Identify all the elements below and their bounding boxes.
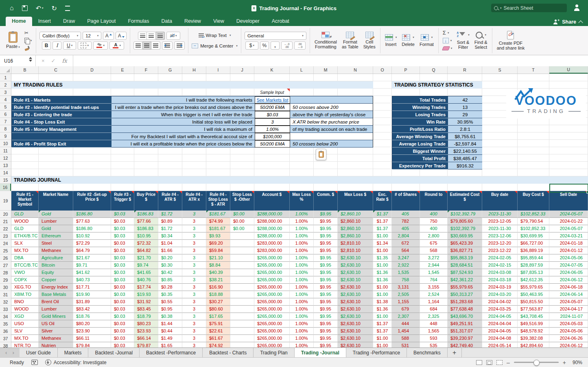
journal-cell[interactable]: $1.38 [373,298,392,306]
journal-cell[interactable]: 2024-02-15 [482,262,518,269]
journal-cell[interactable]: 2023-11-30 [482,211,518,218]
currency-format-button[interactable]: $▾ [245,41,258,50]
journal-cell[interactable]: GLD [11,211,39,218]
journal-cell[interactable]: 3 [182,328,206,335]
journal-cell[interactable]: XBM.TO [11,291,39,298]
journal-cell[interactable]: $77,563.87 [518,306,549,313]
journal-cell[interactable]: $1.49 [158,335,182,342]
journal-cell[interactable]: $0.95 [158,306,182,313]
journal-cell[interactable]: $0.00 [230,211,254,218]
ribbon-tab-page-layout[interactable]: Page Layout [81,17,122,26]
journal-cell[interactable]: 1,454 [392,328,420,335]
journal-cell[interactable] [230,276,254,284]
zoom-in-icon[interactable]: + [563,360,566,365]
journal-cell[interactable]: 531 [392,342,420,347]
journal-cell[interactable]: $74.99 [206,218,230,225]
journal-cell[interactable]: $0.03 [111,225,134,232]
journal-cell[interactable]: $9.95 [314,218,338,225]
row-number-5[interactable]: 5 [0,103,11,111]
journal-cell[interactable]: WOOD [11,306,39,313]
increase-indent-button[interactable] [174,41,185,50]
font-color-button[interactable]: A▾ [109,41,124,50]
journal-cell[interactable]: Base Metals [39,291,73,298]
row-number-31[interactable]: 31 [0,291,11,298]
journal-cell[interactable]: 400 [420,211,448,218]
journal-cell[interactable]: 2024-04-04 [482,320,518,328]
journal-cell[interactable]: $265,000.00 [254,298,290,306]
journal-cell[interactable]: $186.80 [73,225,111,232]
journal-cell[interactable]: $43,696.70 [448,313,482,320]
rules-row-input[interactable]: $0.03 [255,111,290,118]
column-header-M[interactable]: M [314,66,338,74]
journal-cell[interactable]: $1.65 [158,342,182,347]
journal-cell[interactable]: 3,272 [420,254,448,262]
journal-cell[interactable]: $0.34 [158,232,182,240]
journal-cell[interactable]: $1.37 [373,218,392,225]
journal-cell[interactable]: $9.95 [314,269,338,276]
sheet-tab-benchmarks[interactable]: Benchmarks [407,348,448,357]
journal-cell[interactable]: $9.95 [314,262,338,269]
journal-cell[interactable]: 2023-12-06 [482,232,518,240]
journal-cell[interactable]: MX.TO [11,335,39,342]
journal-cell[interactable]: $72.29 [73,240,111,247]
row-number-22[interactable]: 22 [0,225,11,232]
journal-cell[interactable]: $51,317.07 [448,328,482,335]
journal-cell[interactable]: $1.00 [373,342,392,347]
journal-cell[interactable]: COPX [11,276,39,284]
journal-cell[interactable] [230,313,254,320]
journal-cell[interactable]: ETHX/B.TC [11,232,39,240]
journal-cell[interactable]: 1.00% [290,254,314,262]
sheet-tab-trading-plan[interactable]: Trading Plan [254,348,295,357]
journal-cell[interactable]: $49,251.91 [448,320,482,328]
journal-cell[interactable]: $9.95 [314,247,338,254]
journal-cell[interactable]: 2,524 [420,291,448,298]
journal-cell[interactable]: 405 [392,211,420,218]
formula-input[interactable] [73,55,588,66]
journal-cell[interactable]: 1.00% [290,276,314,284]
journal-cell[interactable]: $0.03 [111,306,134,313]
journal-cell[interactable]: 2,505 [392,291,420,298]
journal-cell[interactable]: 3,247 [392,254,420,262]
journal-cell[interactable]: 2024-05-06 [549,328,588,335]
markets-list-link[interactable]: See Markets list [256,98,288,102]
journal-cell[interactable]: Lumber [39,218,73,225]
journal-cell[interactable] [230,298,254,306]
ribbon-tab-insert[interactable]: Insert [32,17,57,26]
journal-cell[interactable]: 3,131 [392,284,420,291]
journal-cell[interactable]: Methanex [39,335,73,342]
journal-cell[interactable]: $2,630.10 [338,342,373,347]
align-left-button[interactable] [133,41,142,50]
rules-row-input[interactable]: 3 [255,118,290,126]
paste-button[interactable]: Paste▾ [5,31,21,50]
copy-button[interactable]: ▾ [24,37,33,44]
journal-cell[interactable]: $1.36 [373,269,392,276]
journal-cell[interactable]: GLD [11,225,39,232]
journal-cell[interactable]: 2024-03-20 [482,291,518,298]
journal-cell[interactable]: $66,727.00 [518,240,549,247]
journal-cell[interactable]: Steel [39,240,73,247]
journal-cell[interactable]: $18.88 [206,291,230,298]
journal-cell[interactable]: $265,000.00 [254,335,290,342]
journal-cell[interactable]: 1.00% [290,284,314,291]
row-number-15[interactable]: 15 [0,176,11,184]
journal-cell[interactable] [230,254,254,262]
row-number-37[interactable]: 37 [0,335,11,342]
row-number-23[interactable]: 23 [0,232,11,240]
journal-cell[interactable]: $42,894.60 [518,342,549,347]
journal-cell[interactable]: $50,313.27 [448,291,482,298]
increase-font-button[interactable]: A [103,32,114,40]
row-number-14[interactable]: 14 [0,169,11,176]
journal-cell[interactable] [230,291,254,298]
journal-cell[interactable]: $38.21 [206,276,230,284]
row-number-24[interactable]: 24 [0,240,11,247]
journal-cell[interactable]: SLV [11,328,39,335]
journal-cell[interactable]: $79,805.60 [448,218,482,225]
journal-cell[interactable]: $40.73 [73,276,111,284]
journal-cell[interactable]: Silver [39,328,73,335]
cell-styles-button[interactable]: Cell Styles [362,31,377,50]
column-header-N[interactable]: N [338,66,373,74]
journal-cell[interactable]: $2,630.10 [338,291,373,298]
journal-cell[interactable]: $17.71 [73,284,111,291]
journal-cell[interactable]: 1,545 [420,269,448,276]
row-number-19[interactable]: 19 [0,191,11,211]
